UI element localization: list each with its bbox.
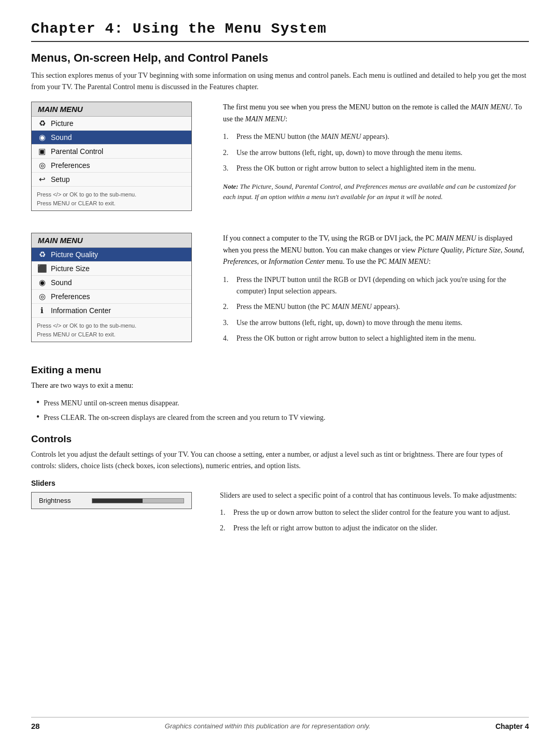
menu-box-1-title: MAIN MENU [32,102,191,117]
menu-item: ▣Parental Control [32,145,191,159]
menu2-items-container: ♻Picture Quality⬛Picture Size◉Sound◎Pref… [32,248,191,318]
menu-item-icon: ◉ [37,133,47,142]
menu-item-label: Parental Control [51,147,103,156]
footer-chapter: Chapter 4 [495,722,529,730]
menu-item-label: Sound [51,133,72,142]
menu-item-icon: ↩ [37,175,47,184]
menu-item-icon: ◉ [37,278,47,287]
menu-item-icon: ♻ [37,250,47,259]
list-item: •Press CLEAR. The on-screen displays are… [36,412,529,424]
menu1-footer: Press </> or OK to go to the sub-menu. P… [32,187,191,210]
right-col-2: If you connect a computer to the TV, usi… [223,233,529,351]
menu-box-2: MAIN MENU ♻Picture Quality⬛Picture Size◉… [31,233,192,342]
menu-item: ♻Picture Quality [32,248,191,262]
menu-box-2-title: MAIN MENU [32,233,191,248]
menu-item-label: Preferences [51,292,90,301]
controls-section: Controls Controls let you adjust the def… [31,433,529,542]
exiting-intro: There are two ways to exit a menu: [31,380,529,391]
sliders-intro: Sliders are used to select a specific po… [220,490,529,501]
list-item: 3.Use the arrow buttons (left, right, up… [223,317,529,329]
right-col-2-steps: 1.Press the INPUT button until the RGB o… [223,274,529,345]
list-item: 1.Press the MENU button (the MAIN MENU a… [223,131,529,143]
menu-item-label: Picture Size [51,264,90,273]
slider-left: Brightness [31,490,207,541]
slider-label: Brightness [39,497,86,504]
menu-item-label: Sound [51,278,72,287]
slider-right-text: Sliders are used to select a specific po… [220,490,529,541]
two-col-1: MAIN MENU ♻Picture◉Sound▣Parental Contro… [31,102,529,220]
list-item: 4.Press the OK button or right arrow but… [223,333,529,344]
page-footer: 28 Graphics contained within this public… [31,717,529,730]
menu-item-icon: ◎ [37,161,47,170]
slider-bar-inner [92,499,143,503]
menu-item-label: Preferences [51,161,90,170]
sliders-heading: Sliders [31,479,529,487]
slider-demo-area: Brightness Sliders are used to select a … [31,490,529,541]
list-item: 2.Press the left or right arrow button t… [220,523,529,534]
menu-item: ◎Preferences [32,290,191,304]
intro-text: This section explores menus of your TV b… [31,70,529,92]
list-item: 2.Press the MENU button (the PC MAIN MEN… [223,301,529,313]
exiting-title: Exiting a menu [31,364,529,376]
menu-box-1: MAIN MENU ♻Picture◉Sound▣Parental Contro… [31,102,192,211]
menu-item-label: Setup [51,175,70,184]
chapter-header: Chapter 4: Using the Menu System [31,21,529,42]
list-item: 2.Use the arrow buttons (left, right, up… [223,147,529,159]
right-col-1: The first menu you see when you press th… [223,102,529,220]
left-col-2: MAIN MENU ♻Picture Quality⬛Picture Size◉… [31,233,207,351]
menu1-items-container: ♻Picture◉Sound▣Parental Control◎Preferen… [32,117,191,187]
menu-item: ◉Sound [32,131,191,145]
footer-caption: Graphics contained within this publicati… [165,722,370,730]
list-item: 1.Press the up or down arrow button to s… [220,507,529,518]
slider-bar-outer [92,498,184,503]
exiting-bullets: •Press MENU until on-screen menus disapp… [31,398,529,424]
controls-title: Controls [31,433,529,445]
section-title: Menus, On-screen Help, and Control Panel… [31,51,529,65]
menu-item-label: Information Center [51,306,111,315]
list-item: •Press MENU until on-screen menus disapp… [36,398,529,409]
left-col-1: MAIN MENU ♻Picture◉Sound▣Parental Contro… [31,102,207,220]
controls-intro: Controls let you adjust the default sett… [31,449,529,472]
menu-item: ♻Picture [32,117,191,131]
menu-item: ◉Sound [32,276,191,290]
menu-item-icon: ♻ [37,119,47,128]
chapter-title: Chapter 4: Using the Menu System [31,21,529,37]
sliders-steps: 1.Press the up or down arrow button to s… [220,507,529,534]
page: Chapter 4: Using the Menu System Menus, … [0,0,560,746]
menu-item: ◎Preferences [32,159,191,173]
right-col-2-intro: If you connect a computer to the TV, usi… [223,233,529,268]
menu-item: ↩Setup [32,173,191,187]
right-col-1-steps: 1.Press the MENU button (the MAIN MENU a… [223,131,529,174]
slider-row: Brightness [39,497,184,504]
two-col-2: MAIN MENU ♻Picture Quality⬛Picture Size◉… [31,233,529,351]
menu2-footer: Press </> or OK to go to the sub-menu. P… [32,318,191,342]
menu-item: ℹInformation Center [32,304,191,318]
menu-item-label: Picture Quality [51,250,98,259]
menu-item-label: Picture [51,119,74,128]
exiting-section: Exiting a menu There are two ways to exi… [31,364,529,424]
list-item: 1.Press the INPUT button until the RGB o… [223,274,529,298]
note-box: Note: The Picture, Sound, Parental Contr… [223,181,529,202]
menu-item-icon: ▣ [37,147,47,156]
menu-item-icon: ◎ [37,292,47,301]
menu-item: ⬛Picture Size [32,262,191,276]
menu-item-icon: ℹ [37,306,47,315]
slider-box: Brightness [31,492,192,509]
right-col-1-intro: The first menu you see when you press th… [223,102,529,125]
list-item: 3.Press the OK button or right arrow but… [223,163,529,174]
menu-item-icon: ⬛ [37,264,47,273]
footer-page-num: 28 [31,722,40,730]
